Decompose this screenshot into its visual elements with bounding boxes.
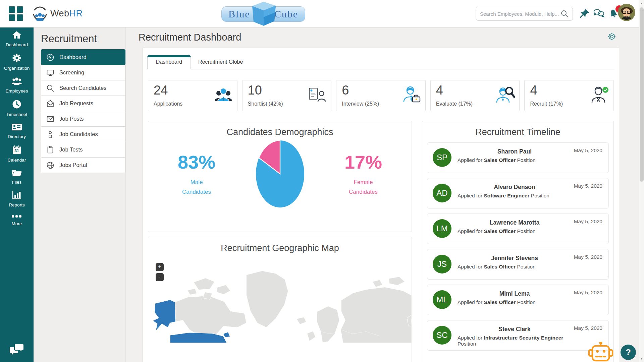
- menu-item-job-posts[interactable]: Job Posts: [41, 111, 125, 127]
- rail-item-organization[interactable]: Organization: [0, 50, 34, 74]
- scrollbar-thumb[interactable]: [640, 7, 644, 182]
- timeline-entry[interactable]: JS Jennifer Stevens Applied for Sales Of…: [427, 249, 609, 280]
- stat-card-interview[interactable]: 6 Interview (25%): [336, 80, 426, 111]
- bluecube-cube-text: Cube: [274, 8, 298, 20]
- menu-item-search-candidates[interactable]: Search Candidates: [41, 80, 125, 96]
- geographic-map-card: Recruitment Geographic Map + -: [148, 237, 412, 362]
- applied-for-text: Applied for Sales Officer Position: [458, 299, 572, 305]
- people-icon: [11, 77, 22, 85]
- webhr-logo[interactable]: WebHR: [32, 6, 83, 21]
- menu-item-job-candidates[interactable]: Job Candidates: [41, 126, 125, 142]
- menu-item-screening[interactable]: Screening: [41, 65, 125, 80]
- demographics-pie-chart[interactable]: [253, 139, 307, 208]
- application-date: May 5, 2020: [574, 254, 602, 260]
- stat-card-recruit[interactable]: 4 Recruit (17%): [524, 80, 614, 111]
- menu-item-jobs-portal[interactable]: Jobs Portal: [41, 157, 125, 173]
- candidate-name: Lawrence Marotta: [458, 219, 572, 226]
- search-icon[interactable]: [560, 10, 569, 18]
- svg-text:31: 31: [14, 148, 19, 153]
- timeline-entry[interactable]: SP Sharon Paul Applied for Sales Officer…: [427, 142, 609, 173]
- envelope-icon: [46, 115, 54, 123]
- timeline-entry[interactable]: ML Mimi Lema Applied for Sales Officer P…: [427, 285, 609, 315]
- module-sidebar: Recruitment Dashboard Screening Search C…: [34, 27, 126, 362]
- recruit-person-check-icon: [589, 86, 609, 105]
- candidate-name: Alvaro Denson: [458, 184, 572, 191]
- folder-icon: [12, 169, 22, 177]
- applied-for-text: Applied for Sales Officer Position: [458, 264, 572, 270]
- chatbot-robot-icon[interactable]: [588, 342, 614, 362]
- menu-item-job-requests[interactable]: Job Requests: [41, 96, 125, 111]
- more-dots-icon: [12, 215, 22, 218]
- avatar-initials: JS: [433, 255, 451, 274]
- applied-for-text: Applied for Sales Officer Position: [458, 228, 572, 234]
- recruitment-timeline-card: Recruitment Timeline SP Sharon Paul Appl…: [422, 121, 614, 362]
- rail-item-timesheet[interactable]: Timesheet: [0, 97, 34, 120]
- pin-icon[interactable]: [579, 8, 590, 19]
- rail-item-dashboard[interactable]: Dashboard: [0, 27, 34, 50]
- application-date: May 5, 2020: [574, 290, 602, 296]
- gauge-icon: [46, 53, 54, 61]
- top-bar: WebHR Blue Cube: [0, 0, 644, 27]
- chat-icon[interactable]: [593, 8, 604, 19]
- menu-item-job-tests[interactable]: Job Tests: [41, 142, 125, 158]
- webhr-logo-text: WebHR: [50, 8, 83, 19]
- help-button[interactable]: ?: [621, 345, 636, 360]
- scroll-up-arrow[interactable]: ▲: [639, 1, 644, 6]
- timeline-entry[interactable]: SC Steve Clark Applied for Infrastructur…: [427, 320, 609, 351]
- clock-icon: [12, 100, 21, 109]
- app-grid-icon[interactable]: [9, 6, 23, 21]
- avatar-initials: ML: [433, 290, 451, 309]
- home-icon: [12, 31, 21, 39]
- settings-gear-icon[interactable]: [607, 32, 616, 41]
- interview-person-briefcase-icon: [401, 86, 421, 105]
- gear-icon: [12, 53, 21, 63]
- tab-dashboard[interactable]: Dashboard: [147, 55, 191, 69]
- avatar-initials: LM: [433, 219, 451, 238]
- tab-recruitment-globe[interactable]: Recruitment Globe: [191, 55, 250, 69]
- menu-item-dashboard[interactable]: Dashboard: [41, 49, 125, 65]
- support-chat-icon[interactable]: [9, 343, 25, 357]
- shortlist-resume-icon: [308, 86, 327, 105]
- dashboard-panel: Dashboard Recruitment Globe 24 Applicati…: [143, 48, 619, 362]
- demographics-card: Candidates Demographics 83% MaleCandidat…: [148, 121, 412, 232]
- calendar-icon: 31: [12, 145, 21, 155]
- applicants-group-icon: [214, 86, 233, 105]
- stat-card-applications[interactable]: 24 Applications: [148, 80, 237, 111]
- evaluate-person-magnifier-icon: [495, 86, 515, 105]
- rail-item-directory[interactable]: Directory: [0, 120, 34, 142]
- rail-item-reports[interactable]: Reports: [0, 188, 34, 210]
- applied-for-text: Applied for Software Engineer Position: [458, 193, 572, 199]
- search-input[interactable]: [480, 11, 560, 17]
- timeline-entry[interactable]: AD Alvaro Denson Applied for Software En…: [427, 178, 609, 208]
- stat-card-shortlist[interactable]: 10 Shortlist (42%): [242, 80, 332, 111]
- female-percentage-block: 17% FemaleCandidates: [326, 151, 400, 196]
- rail-item-more[interactable]: More: [0, 210, 34, 229]
- application-date: May 5, 2020: [574, 147, 602, 154]
- map-title: Recruitment Geographic Map: [148, 237, 412, 253]
- demographics-title: Candidates Demographics: [148, 121, 412, 137]
- rail-item-employees[interactable]: Employees: [0, 74, 34, 97]
- page-scrollbar[interactable]: ▲ ▼: [639, 0, 644, 362]
- rail-item-calendar[interactable]: 31 Calendar: [0, 142, 34, 166]
- user-avatar[interactable]: [618, 4, 635, 21]
- map-zoom-out-button[interactable]: -: [156, 273, 164, 281]
- scroll-down-arrow[interactable]: ▼: [639, 356, 644, 361]
- stat-card-evaluate[interactable]: 4 Evaluate (17%): [430, 80, 520, 111]
- bluecube-logo: Blue Cube: [221, 2, 305, 26]
- rail-item-files[interactable]: Files: [0, 166, 34, 188]
- page-title: Recruitment Dashboard: [126, 27, 639, 43]
- applied-for-text: Applied for Infrastructure Security Engi…: [458, 335, 572, 347]
- timeline-entry[interactable]: LM Lawrence Marotta Applied for Sales Of…: [427, 214, 609, 244]
- world-map[interactable]: [148, 266, 412, 343]
- male-percentage-block: 83% MaleCandidates: [160, 151, 233, 196]
- globe-icon: [46, 161, 54, 169]
- module-title: Recruitment: [34, 27, 125, 50]
- bluecube-blue-text: Blue: [228, 8, 250, 20]
- candidate-name: Steve Clark: [458, 326, 572, 333]
- global-search: [476, 7, 573, 21]
- map-zoom-in-button[interactable]: +: [156, 263, 164, 271]
- candidate-name: Sharon Paul: [458, 148, 572, 155]
- avatar-initials: SC: [433, 326, 451, 345]
- avatar-initials: AD: [433, 184, 451, 202]
- application-date: May 5, 2020: [574, 325, 602, 331]
